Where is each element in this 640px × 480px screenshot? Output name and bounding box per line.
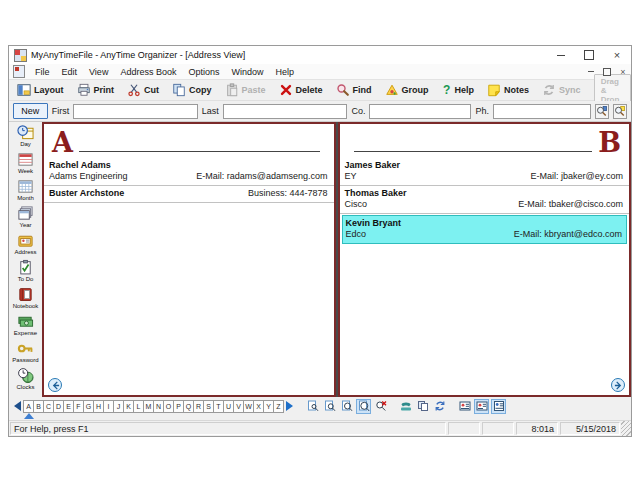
- alphabet-tab[interactable]: D: [54, 400, 64, 413]
- prev-page-button[interactable]: [48, 378, 62, 392]
- company-input[interactable]: [369, 104, 471, 119]
- copy-icon: [172, 83, 186, 97]
- alphabet-tab[interactable]: B: [34, 400, 44, 413]
- contact-entry-selected[interactable]: Kevin Bryant Edco E-Mail: kbryant@edco.c…: [342, 215, 628, 244]
- first-input[interactable]: [73, 104, 198, 119]
- status-pane-empty: [448, 422, 480, 435]
- company-label: Co.: [351, 106, 365, 116]
- copy-record-button[interactable]: [415, 399, 430, 414]
- alphabet-tab[interactable]: L: [134, 400, 144, 413]
- paste-button[interactable]: Paste: [225, 83, 266, 97]
- alphabet-tab[interactable]: I: [104, 400, 114, 413]
- sidebar-label-expense: Expense: [14, 330, 37, 337]
- sidebar-item-password[interactable]: Password: [9, 340, 42, 367]
- alphabet-tab[interactable]: G: [84, 400, 94, 413]
- alphabet-tab[interactable]: S: [204, 400, 214, 413]
- alphabet-scroll-right-icon[interactable]: [286, 401, 293, 411]
- menu-bar: File Edit View Address Book Options Wind…: [9, 64, 631, 80]
- menu-window[interactable]: Window: [225, 64, 269, 79]
- minimize-button[interactable]: [547, 46, 575, 64]
- alphabet-tab[interactable]: Y: [264, 400, 274, 413]
- sync-button[interactable]: Sync: [542, 83, 581, 97]
- alphabet-tab[interactable]: W: [244, 400, 254, 413]
- group-button[interactable]: Group: [385, 83, 429, 97]
- print-button[interactable]: Print: [77, 83, 115, 97]
- delete-button[interactable]: Delete: [279, 83, 323, 97]
- phone-input[interactable]: [493, 104, 591, 119]
- page-header-rule: [354, 151, 593, 152]
- alphabet-tab[interactable]: O: [164, 400, 174, 413]
- copy-button[interactable]: Copy: [172, 83, 212, 97]
- contact-entry[interactable]: James Baker EY E-Mail: jbaker@ey.com: [340, 158, 630, 186]
- sidebar-item-year[interactable]: Year: [9, 205, 42, 232]
- alphabet-tab[interactable]: K: [124, 400, 134, 413]
- sidebar-item-notebook[interactable]: Notebook: [9, 286, 42, 313]
- card-page-view-button[interactable]: [491, 399, 506, 414]
- sidebar-item-clocks[interactable]: Clocks: [9, 367, 42, 394]
- close-button[interactable]: ×: [603, 46, 631, 64]
- card-view-button[interactable]: [457, 399, 472, 414]
- page-left-header: A: [44, 124, 334, 156]
- find-button[interactable]: Find: [336, 83, 372, 97]
- menu-edit[interactable]: Edit: [56, 64, 84, 79]
- page-letter: A: [52, 130, 73, 156]
- contact-entry[interactable]: Rachel Adams Adams Engineering E-Mail: r…: [44, 158, 334, 186]
- sidebar-item-address[interactable]: Address: [9, 232, 42, 259]
- layout-button[interactable]: Layout: [17, 83, 64, 97]
- sidebar-item-todo[interactable]: To Do: [9, 259, 42, 286]
- alphabet-tab[interactable]: V: [234, 400, 244, 413]
- alphabet-tab[interactable]: N: [154, 400, 164, 413]
- new-button[interactable]: New: [13, 103, 48, 119]
- resize-grip[interactable]: [621, 421, 631, 436]
- menu-options[interactable]: Options: [182, 64, 225, 79]
- find-notes-button[interactable]: [613, 104, 627, 119]
- alphabet-tab[interactable]: R: [194, 400, 204, 413]
- alphabet-tab[interactable]: P: [174, 400, 184, 413]
- alphabet-position-marker[interactable]: [24, 413, 34, 419]
- notes-button[interactable]: Notes: [487, 83, 529, 97]
- alphabet-tab[interactable]: M: [144, 400, 154, 413]
- alphabet-tab[interactable]: Q: [184, 400, 194, 413]
- contact-entry[interactable]: Buster Archstone Business: 444-7878: [44, 186, 334, 203]
- last-input[interactable]: [223, 104, 348, 119]
- delete-icon: [279, 83, 293, 97]
- alphabet-tab[interactable]: H: [94, 400, 104, 413]
- help-button[interactable]: ? Help: [442, 83, 475, 97]
- next-page-button[interactable]: [611, 378, 625, 392]
- alphabet-tab[interactable]: F: [74, 400, 84, 413]
- zoom-page-full-button[interactable]: [356, 399, 371, 414]
- clocks-icon: [17, 367, 34, 384]
- alphabet-tab[interactable]: U: [224, 400, 234, 413]
- menu-file[interactable]: File: [29, 64, 56, 79]
- menu-help[interactable]: Help: [269, 64, 300, 79]
- mdi-minimize-icon: [588, 71, 594, 72]
- find-contact-button[interactable]: [595, 104, 609, 119]
- contact-entry[interactable]: Thomas Baker Cisco E-Mail: tbaker@cisco.…: [340, 186, 630, 214]
- card-detail-view-button[interactable]: [474, 399, 489, 414]
- menu-view[interactable]: View: [83, 64, 114, 79]
- alphabet-tab[interactable]: A: [23, 400, 34, 413]
- status-date: 5/15/2018: [560, 422, 620, 435]
- maximize-button[interactable]: [575, 46, 603, 64]
- sidebar-item-week[interactable]: Week: [9, 151, 42, 178]
- alphabet-tab[interactable]: C: [44, 400, 54, 413]
- alphabet-scroll-left-icon[interactable]: [14, 401, 21, 411]
- sidebar-item-month[interactable]: Month: [9, 178, 42, 205]
- sidebar-item-day[interactable]: Day: [9, 124, 42, 151]
- zoom-page-small-button[interactable]: [305, 399, 320, 414]
- zoom-page-large-button[interactable]: [339, 399, 354, 414]
- sync-record-button[interactable]: [432, 399, 447, 414]
- sidebar-item-expense[interactable]: Expense: [9, 313, 42, 340]
- zoom-cancel-button[interactable]: [373, 399, 388, 414]
- alphabet-tab[interactable]: J: [114, 400, 124, 413]
- alphabet-tab[interactable]: Z: [274, 400, 284, 413]
- zoom-page-medium-button[interactable]: [322, 399, 337, 414]
- alphabet-tab[interactable]: E: [64, 400, 74, 413]
- dial-phone-button[interactable]: [398, 399, 413, 414]
- page-header-rule: [79, 151, 320, 152]
- cut-button[interactable]: Cut: [127, 83, 159, 97]
- alphabet-tab[interactable]: X: [254, 400, 264, 413]
- app-window: MyAnyTimeFile - AnyTime Organizer - [Add…: [8, 45, 632, 437]
- menu-address-book[interactable]: Address Book: [114, 64, 182, 79]
- alphabet-tab[interactable]: T: [214, 400, 224, 413]
